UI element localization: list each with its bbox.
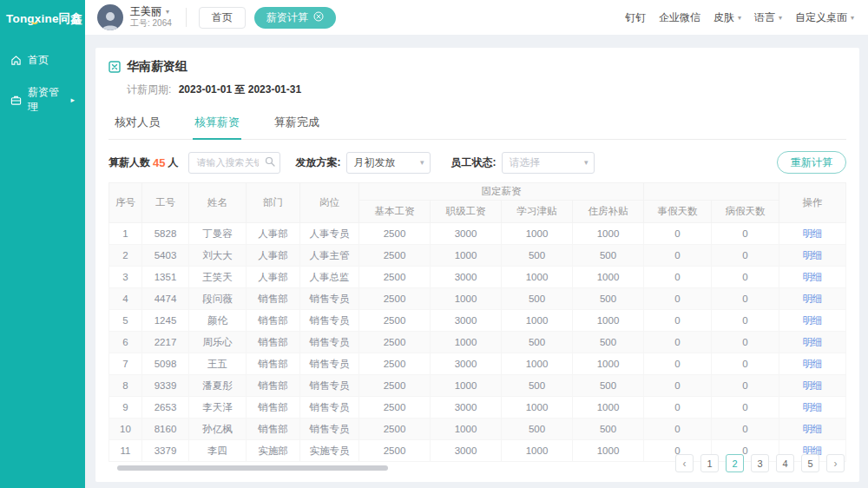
page-button-3[interactable]: 3 (751, 454, 769, 472)
sub-column-header: 住房补贴 (573, 201, 644, 223)
topbar-menu-1[interactable]: 钉钉 (625, 10, 646, 25)
pay-period-value: 2023-01-01 至 2023-01-31 (179, 83, 301, 96)
content: 华南薪资组 计薪周期: 2023-01-01 至 2023-01-31 核对人员… (85, 35, 868, 488)
cell: 丁曼容 (189, 223, 247, 245)
cell: 5403 (142, 245, 189, 267)
cell: 销售部 (247, 375, 300, 397)
prev-page-button[interactable]: ‹ (675, 454, 694, 472)
table-row: 92653李天泽销售部销售专员250030001000100000明细 (109, 397, 846, 419)
exit-group-icon[interactable] (108, 61, 121, 73)
table-header-row-1: 序号工号姓名部门岗位固定薪资操作 (109, 183, 846, 201)
cell: 销售部 (247, 332, 300, 353)
cell: 1000 (431, 288, 502, 310)
page-button-5[interactable]: 5 (801, 454, 819, 472)
sidebar-item-home[interactable]: 首页 (0, 44, 85, 76)
cell: 1000 (573, 223, 644, 245)
detail-link[interactable]: 明细 (803, 402, 823, 412)
pagination: ‹12345› (675, 454, 845, 472)
recalculate-button[interactable]: 重新计算 (777, 151, 846, 174)
brand-logo: Tongxine同鑫 (0, 0, 85, 44)
detail-link[interactable]: 明细 (803, 380, 823, 391)
plan-select[interactable]: 月初发放 ▾ (346, 152, 431, 174)
cell-action: 明细 (779, 223, 846, 245)
tab-1[interactable]: 核对人员 (113, 109, 161, 139)
cell: 2500 (359, 353, 431, 375)
cell: 0 (712, 245, 779, 267)
detail-link[interactable]: 明细 (803, 424, 823, 434)
cell: 0 (712, 288, 779, 310)
table-row: 15828丁曼容人事部人事专员250030001000100000明细 (109, 223, 846, 245)
cell-action: 明细 (779, 397, 846, 419)
column-header: 序号 (109, 183, 142, 223)
cell: 2500 (359, 310, 431, 332)
chevron-down-icon: ▾ (851, 14, 854, 22)
detail-link[interactable]: 明细 (803, 359, 823, 369)
topbar-tab-1[interactable]: 首页 (199, 7, 246, 29)
cell: 1000 (502, 397, 573, 419)
user-menu[interactable]: 王美丽 ▾ 工号: 2064 (130, 5, 172, 30)
close-icon[interactable] (313, 11, 324, 24)
cell: 2500 (359, 288, 431, 310)
column-header: 工号 (142, 183, 189, 223)
cell-action: 明细 (779, 353, 846, 375)
cell: 人事部 (247, 223, 300, 245)
payroll-table: 序号工号姓名部门岗位固定薪资操作基本工资职级工资学习津贴住房补贴事假天数病假天数… (108, 182, 846, 462)
payroll-table-wrap: 序号工号姓名部门岗位固定薪资操作基本工资职级工资学习津贴住房补贴事假天数病假天数… (108, 182, 846, 472)
table-row: 51245颜伦销售部销售专员250030001000100000明细 (109, 310, 846, 332)
cell: 5098 (142, 353, 189, 375)
cell: 销售部 (247, 397, 300, 419)
status-select[interactable]: 请选择 ▾ (502, 152, 595, 174)
cell: 孙亿枫 (189, 419, 247, 440)
detail-link[interactable]: 明细 (803, 315, 823, 326)
page-button-4[interactable]: 4 (776, 454, 794, 472)
next-page-button[interactable]: › (826, 454, 845, 472)
detail-link[interactable]: 明细 (803, 228, 823, 239)
tab-3[interactable]: 算薪完成 (273, 109, 321, 139)
avatar[interactable] (97, 4, 123, 30)
cell: 人事主管 (300, 245, 359, 267)
table-row: 25403刘大大人事部人事主管2500100050050000明细 (109, 245, 846, 267)
detail-link[interactable]: 明细 (803, 337, 823, 347)
status-select-placeholder: 请选择 (509, 155, 540, 170)
cell-action: 明细 (779, 245, 846, 267)
detail-link[interactable]: 明细 (803, 250, 823, 260)
cell: 人事部 (247, 245, 300, 267)
topbar-menu-3[interactable]: 皮肤▾ (713, 10, 741, 25)
cell: 2500 (359, 267, 431, 288)
page-button-2[interactable]: 2 (726, 454, 744, 472)
cell: 5 (109, 310, 142, 332)
page-button-1[interactable]: 1 (700, 454, 719, 472)
tab-2[interactable]: 核算薪资 (193, 109, 241, 139)
topbar-tabs: 首页薪资计算 (199, 7, 336, 29)
topbar-menu-5[interactable]: 自定义桌面▾ (795, 10, 854, 25)
chevron-right-icon: ▸ (70, 96, 75, 104)
cell: 1000 (502, 440, 573, 462)
topbar-menu-4[interactable]: 语言▾ (754, 10, 782, 25)
table-row: 75098王五销售部销售专员250030001000100000明细 (109, 353, 846, 375)
topbar-tab-label: 首页 (212, 10, 233, 25)
cell: 1 (109, 223, 142, 245)
cell: 王五 (189, 353, 247, 375)
cell: 0 (712, 267, 779, 288)
cell: 0 (644, 353, 712, 375)
cell-action: 明细 (779, 419, 846, 440)
topbar-menu-2[interactable]: 企业微信 (659, 10, 700, 25)
cell: 李四 (189, 440, 247, 462)
table-row: 89339潘夏彤销售部销售专员2500100050050000明细 (109, 375, 846, 397)
chevron-down-icon: ▾ (584, 158, 589, 167)
cell: 0 (712, 332, 779, 353)
cell: 0 (712, 375, 779, 397)
column-header: 岗位 (300, 183, 359, 223)
topbar-tab-2[interactable]: 薪资计算 (254, 7, 336, 29)
sub-column-header: 基本工资 (359, 201, 431, 223)
cell: 1000 (573, 440, 644, 462)
cell: 8160 (142, 419, 189, 440)
main-area: 王美丽 ▾ 工号: 2064 首页薪资计算 钉钉企业微信皮肤▾语言▾自定义桌面▾ (85, 0, 868, 488)
cell: 0 (644, 288, 712, 310)
sidebar-item-salary[interactable]: 薪资管理▸ (0, 76, 85, 123)
detail-link[interactable]: 明细 (803, 272, 823, 282)
scrollbar-thumb[interactable] (117, 465, 388, 471)
detail-link[interactable]: 明细 (803, 293, 823, 304)
cell: 1000 (502, 353, 573, 375)
cell: 2500 (359, 245, 431, 267)
